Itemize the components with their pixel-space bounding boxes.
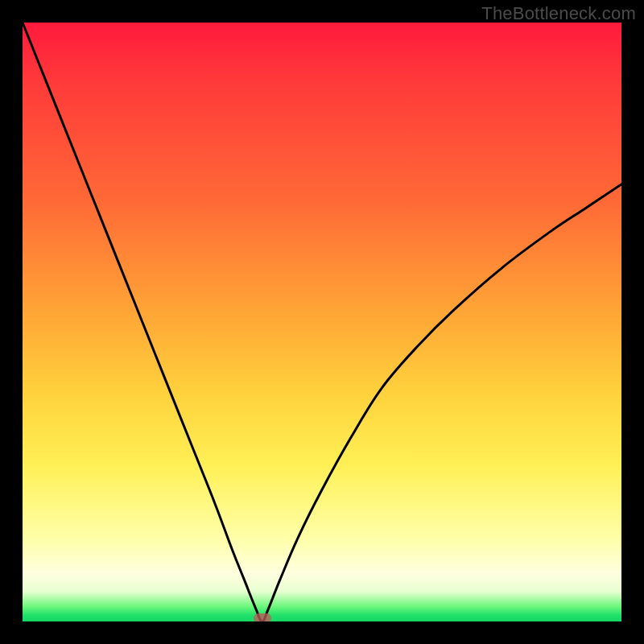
chart-frame: TheBottleneck.com bbox=[0, 0, 644, 644]
minimum-marker bbox=[254, 613, 271, 621]
watermark-label: TheBottleneck.com bbox=[481, 3, 636, 24]
bottleneck-curve-path bbox=[23, 23, 621, 621]
curve-svg bbox=[23, 23, 621, 621]
plot-area bbox=[23, 23, 621, 621]
